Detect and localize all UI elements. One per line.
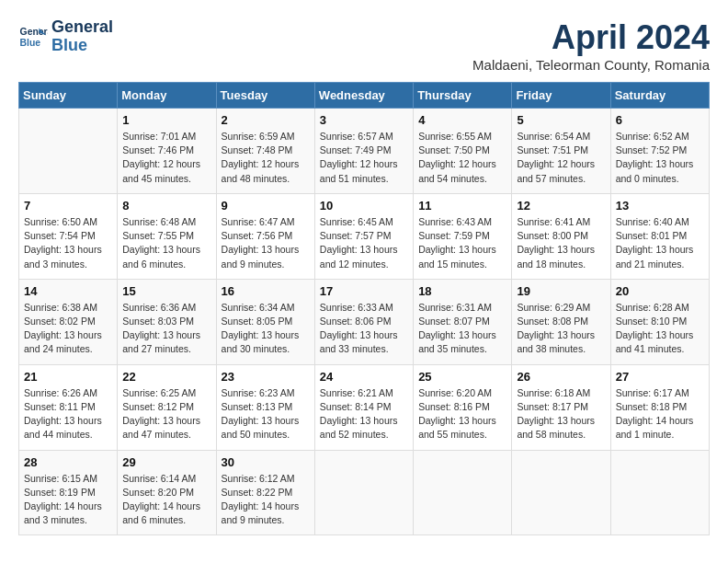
day-info: Sunrise: 6:33 AM Sunset: 8:06 PM Dayligh… <box>320 301 408 357</box>
logo-text: General Blue <box>51 18 113 55</box>
day-number: 22 <box>122 370 210 384</box>
calendar-cell <box>512 450 610 535</box>
calendar-cell: 8Sunrise: 6:48 AM Sunset: 7:55 PM Daylig… <box>118 193 216 279</box>
calendar-cell: 16Sunrise: 6:34 AM Sunset: 8:05 PM Dayli… <box>216 279 314 364</box>
day-number: 6 <box>616 113 704 127</box>
day-header-tuesday: Tuesday <box>216 83 314 109</box>
day-number: 13 <box>616 199 704 213</box>
calendar-cell: 14Sunrise: 6:38 AM Sunset: 8:02 PM Dayli… <box>19 279 118 364</box>
day-info: Sunrise: 6:57 AM Sunset: 7:49 PM Dayligh… <box>320 130 408 186</box>
day-info: Sunrise: 6:21 AM Sunset: 8:14 PM Dayligh… <box>320 386 408 442</box>
day-info: Sunrise: 6:40 AM Sunset: 8:01 PM Dayligh… <box>616 215 704 271</box>
day-number: 18 <box>418 284 506 298</box>
day-number: 25 <box>418 370 506 384</box>
day-number: 24 <box>320 370 408 384</box>
day-number: 4 <box>418 113 506 127</box>
day-info: Sunrise: 6:28 AM Sunset: 8:10 PM Dayligh… <box>616 301 704 357</box>
day-number: 9 <box>222 199 310 213</box>
calendar-cell: 24Sunrise: 6:21 AM Sunset: 8:14 PM Dayli… <box>314 364 413 450</box>
day-info: Sunrise: 6:45 AM Sunset: 7:57 PM Dayligh… <box>320 215 408 271</box>
calendar-cell: 29Sunrise: 6:14 AM Sunset: 8:20 PM Dayli… <box>118 450 216 535</box>
day-info: Sunrise: 6:36 AM Sunset: 8:03 PM Dayligh… <box>122 301 210 357</box>
svg-text:General: General <box>20 27 48 37</box>
day-info: Sunrise: 6:54 AM Sunset: 7:51 PM Dayligh… <box>517 130 605 186</box>
calendar-week-4: 21Sunrise: 6:26 AM Sunset: 8:11 PM Dayli… <box>19 364 710 450</box>
calendar-cell: 1Sunrise: 7:01 AM Sunset: 7:46 PM Daylig… <box>118 109 216 194</box>
day-number: 17 <box>320 284 408 298</box>
calendar-cell: 5Sunrise: 6:54 AM Sunset: 7:51 PM Daylig… <box>512 109 610 194</box>
day-info: Sunrise: 6:15 AM Sunset: 8:19 PM Dayligh… <box>24 472 112 528</box>
calendar-week-5: 28Sunrise: 6:15 AM Sunset: 8:19 PM Dayli… <box>19 450 710 535</box>
calendar-cell <box>19 109 118 194</box>
day-number: 23 <box>222 370 310 384</box>
day-number: 21 <box>24 370 112 384</box>
day-number: 30 <box>222 455 310 469</box>
calendar-cell <box>610 450 709 535</box>
day-number: 27 <box>616 370 704 384</box>
day-info: Sunrise: 6:29 AM Sunset: 8:08 PM Dayligh… <box>517 301 605 357</box>
calendar-cell <box>314 450 413 535</box>
calendar-body: 1Sunrise: 7:01 AM Sunset: 7:46 PM Daylig… <box>19 109 710 535</box>
day-info: Sunrise: 6:48 AM Sunset: 7:55 PM Dayligh… <box>122 215 210 271</box>
month-title: April 2024 <box>472 18 710 57</box>
calendar-cell: 7Sunrise: 6:50 AM Sunset: 7:54 PM Daylig… <box>19 193 118 279</box>
day-number: 14 <box>24 284 112 298</box>
day-info: Sunrise: 6:50 AM Sunset: 7:54 PM Dayligh… <box>24 215 112 271</box>
day-info: Sunrise: 6:59 AM Sunset: 7:48 PM Dayligh… <box>222 130 310 186</box>
day-number: 29 <box>122 455 210 469</box>
calendar-cell: 19Sunrise: 6:29 AM Sunset: 8:08 PM Dayli… <box>512 279 610 364</box>
calendar-cell: 27Sunrise: 6:17 AM Sunset: 8:18 PM Dayli… <box>610 364 709 450</box>
day-number: 2 <box>222 113 310 127</box>
day-info: Sunrise: 6:20 AM Sunset: 8:16 PM Dayligh… <box>418 386 506 442</box>
calendar-cell: 20Sunrise: 6:28 AM Sunset: 8:10 PM Dayli… <box>610 279 709 364</box>
day-number: 26 <box>517 370 605 384</box>
calendar-cell: 17Sunrise: 6:33 AM Sunset: 8:06 PM Dayli… <box>314 279 413 364</box>
day-number: 11 <box>418 199 506 213</box>
calendar-cell: 2Sunrise: 6:59 AM Sunset: 7:48 PM Daylig… <box>216 109 314 194</box>
calendar-cell: 28Sunrise: 6:15 AM Sunset: 8:19 PM Dayli… <box>19 450 118 535</box>
calendar-cell: 11Sunrise: 6:43 AM Sunset: 7:59 PM Dayli… <box>414 193 512 279</box>
day-number: 16 <box>222 284 310 298</box>
day-number: 8 <box>122 199 210 213</box>
calendar-cell: 26Sunrise: 6:18 AM Sunset: 8:17 PM Dayli… <box>512 364 610 450</box>
calendar-cell: 9Sunrise: 6:47 AM Sunset: 7:56 PM Daylig… <box>216 193 314 279</box>
day-number: 15 <box>122 284 210 298</box>
calendar-cell: 13Sunrise: 6:40 AM Sunset: 8:01 PM Dayli… <box>610 193 709 279</box>
header: General Blue General Blue April 2024 Mal… <box>18 18 710 73</box>
day-info: Sunrise: 6:26 AM Sunset: 8:11 PM Dayligh… <box>24 386 112 442</box>
calendar-cell: 18Sunrise: 6:31 AM Sunset: 8:07 PM Dayli… <box>414 279 512 364</box>
day-number: 20 <box>616 284 704 298</box>
day-number: 12 <box>517 199 605 213</box>
day-header-friday: Friday <box>512 83 610 109</box>
day-info: Sunrise: 6:17 AM Sunset: 8:18 PM Dayligh… <box>616 386 704 442</box>
logo: General Blue General Blue <box>18 18 113 55</box>
calendar-table: SundayMondayTuesdayWednesdayThursdayFrid… <box>18 82 710 535</box>
day-info: Sunrise: 6:41 AM Sunset: 8:00 PM Dayligh… <box>517 215 605 271</box>
day-number: 28 <box>24 455 112 469</box>
day-info: Sunrise: 6:34 AM Sunset: 8:05 PM Dayligh… <box>222 301 310 357</box>
calendar-week-1: 1Sunrise: 7:01 AM Sunset: 7:46 PM Daylig… <box>19 109 710 194</box>
calendar-cell: 30Sunrise: 6:12 AM Sunset: 8:22 PM Dayli… <box>216 450 314 535</box>
day-info: Sunrise: 6:55 AM Sunset: 7:50 PM Dayligh… <box>418 130 506 186</box>
calendar-cell: 3Sunrise: 6:57 AM Sunset: 7:49 PM Daylig… <box>314 109 413 194</box>
day-number: 5 <box>517 113 605 127</box>
calendar-cell <box>414 450 512 535</box>
day-info: Sunrise: 6:12 AM Sunset: 8:22 PM Dayligh… <box>222 472 310 528</box>
location-subtitle: Maldaeni, Teleorman County, Romania <box>472 57 710 73</box>
calendar-cell: 12Sunrise: 6:41 AM Sunset: 8:00 PM Dayli… <box>512 193 610 279</box>
logo-icon: General Blue <box>18 22 48 52</box>
title-area: April 2024 Maldaeni, Teleorman County, R… <box>472 18 710 73</box>
day-header-thursday: Thursday <box>414 83 512 109</box>
day-info: Sunrise: 6:47 AM Sunset: 7:56 PM Dayligh… <box>222 215 310 271</box>
calendar-cell: 15Sunrise: 6:36 AM Sunset: 8:03 PM Dayli… <box>118 279 216 364</box>
day-info: Sunrise: 6:43 AM Sunset: 7:59 PM Dayligh… <box>418 215 506 271</box>
calendar-week-2: 7Sunrise: 6:50 AM Sunset: 7:54 PM Daylig… <box>19 193 710 279</box>
day-info: Sunrise: 6:14 AM Sunset: 8:20 PM Dayligh… <box>122 472 210 528</box>
calendar-week-3: 14Sunrise: 6:38 AM Sunset: 8:02 PM Dayli… <box>19 279 710 364</box>
calendar-header: SundayMondayTuesdayWednesdayThursdayFrid… <box>19 83 710 109</box>
day-header-saturday: Saturday <box>610 83 709 109</box>
calendar-cell: 10Sunrise: 6:45 AM Sunset: 7:57 PM Dayli… <box>314 193 413 279</box>
day-number: 1 <box>122 113 210 127</box>
day-info: Sunrise: 6:25 AM Sunset: 8:12 PM Dayligh… <box>122 386 210 442</box>
calendar-cell: 23Sunrise: 6:23 AM Sunset: 8:13 PM Dayli… <box>216 364 314 450</box>
